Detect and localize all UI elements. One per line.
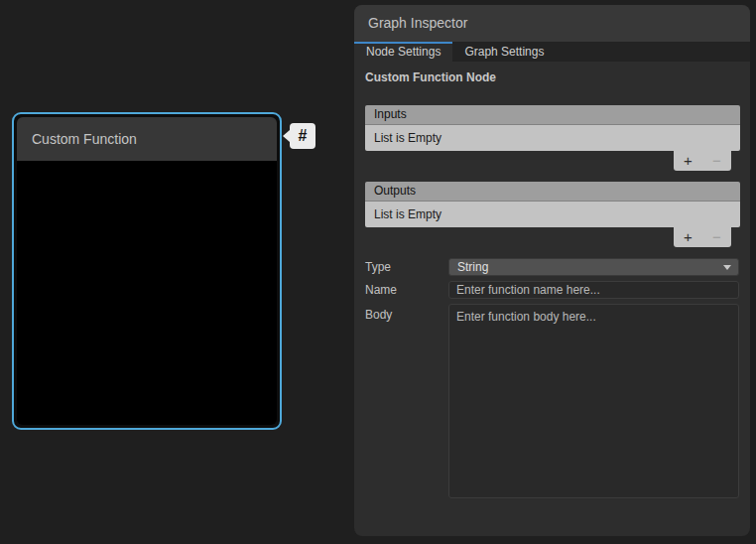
section-title: Custom Function Node	[365, 70, 496, 84]
tab-graph-settings[interactable]: Graph Settings	[452, 42, 556, 62]
inputs-remove-button[interactable]: −	[702, 151, 731, 171]
outputs-list: Outputs List is Empty + −	[365, 182, 740, 247]
inputs-add-button[interactable]: +	[674, 151, 702, 171]
inputs-list: Inputs List is Empty + −	[365, 105, 740, 171]
outputs-empty-row: List is Empty	[365, 202, 740, 227]
chevron-down-icon	[723, 265, 731, 270]
node-title[interactable]: Custom Function	[17, 117, 277, 161]
panel-header: Graph Inspector	[354, 5, 750, 42]
type-dropdown-value: String	[457, 260, 488, 274]
badge-tail-icon	[283, 130, 290, 142]
hash-icon: #	[299, 127, 308, 144]
outputs-list-footer: + −	[365, 227, 740, 247]
panel-title: Graph Inspector	[354, 5, 750, 42]
inputs-list-header: Inputs	[365, 105, 740, 125]
node-preview-badge[interactable]: #	[290, 123, 315, 149]
graph-inspector-panel: Graph Inspector Node Settings Graph Sett…	[354, 5, 750, 536]
function-body-textarea[interactable]	[448, 304, 739, 498]
inputs-empty-row: List is Empty	[365, 125, 740, 151]
custom-function-node[interactable]: Custom Function	[12, 112, 282, 430]
inputs-footer-buttons: + −	[674, 151, 731, 171]
inputs-list-footer: + −	[365, 151, 740, 171]
tab-node-settings[interactable]: Node Settings	[354, 42, 452, 62]
name-label: Name	[365, 281, 444, 299]
node-preview-area	[17, 161, 277, 425]
function-name-input[interactable]	[448, 281, 739, 299]
outputs-list-header: Outputs	[365, 182, 740, 202]
body-label: Body	[365, 306, 444, 324]
type-dropdown[interactable]: String	[448, 258, 739, 276]
type-label: Type	[365, 258, 444, 276]
outputs-remove-button[interactable]: −	[702, 227, 731, 247]
outputs-footer-buttons: + −	[674, 227, 731, 247]
outputs-add-button[interactable]: +	[674, 227, 702, 247]
inspector-tabbar: Node Settings Graph Settings	[354, 42, 750, 62]
